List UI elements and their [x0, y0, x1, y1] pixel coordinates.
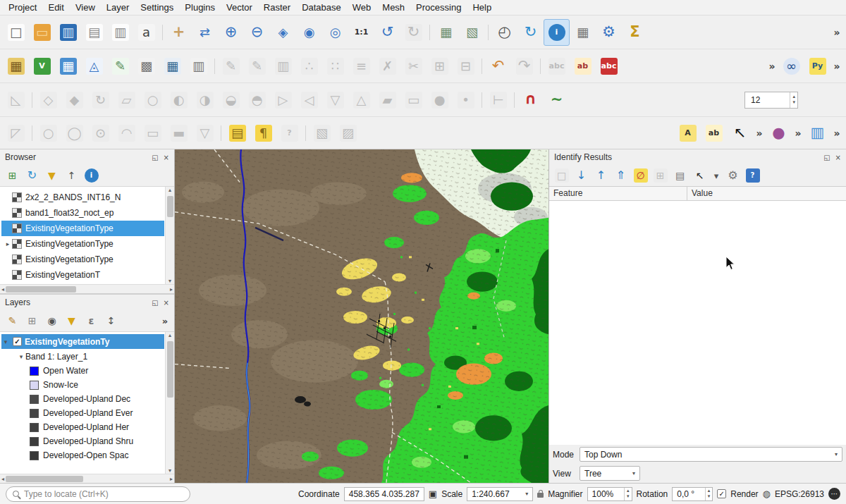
- layers-horizontal-scrollbar[interactable]: ◂ ▸: [0, 474, 174, 483]
- mode-select[interactable]: Top Down ▾: [580, 447, 842, 462]
- new-map-view-icon[interactable]: ▦: [433, 19, 459, 46]
- undo-icon[interactable]: ↶: [485, 53, 511, 80]
- add-group-icon[interactable]: ⊞: [23, 312, 41, 330]
- toolbar-overflow-icon[interactable]: »: [830, 120, 843, 147]
- render-checkbox[interactable]: ✓: [717, 489, 726, 498]
- style-manager-icon[interactable]: a: [133, 19, 159, 46]
- add-selected-layers-icon[interactable]: ⊞: [4, 167, 21, 185]
- spinbox-arrows[interactable]: ▴▾: [705, 488, 713, 500]
- add-postgis-layer-icon[interactable]: ▦: [159, 53, 185, 80]
- browser-item[interactable]: ▸ ExistingVegetationType: [1, 236, 164, 252]
- dock-icon[interactable]: ◱: [152, 299, 158, 307]
- spinbox-arrows[interactable]: ▴▾: [790, 92, 797, 108]
- value-column-header[interactable]: Value: [687, 187, 846, 200]
- zoom-last-icon[interactable]: ↺: [374, 19, 400, 46]
- collapse-tree-icon[interactable]: ↑: [592, 167, 610, 185]
- menu-item[interactable]: Database: [296, 1, 347, 14]
- menu-item[interactable]: Help: [467, 1, 497, 14]
- expand-all-icon[interactable]: ↕: [102, 312, 120, 330]
- browser-horizontal-scrollbar[interactable]: ◂ ▸: [0, 284, 174, 293]
- python-console-icon[interactable]: Py: [804, 53, 830, 80]
- menu-item[interactable]: Project: [3, 1, 42, 14]
- locate-search-input[interactable]: Type to locate (Ctrl+K): [6, 486, 190, 502]
- zoom-out-icon[interactable]: ⊖: [244, 19, 270, 46]
- scroll-down-icon[interactable]: ▾: [168, 278, 171, 284]
- close-icon[interactable]: ×: [164, 154, 169, 161]
- layer-labeling-icon[interactable]: ab: [570, 53, 596, 80]
- browser-item[interactable]: 2x2_2_BANDS_INT16_N: [1, 190, 164, 205]
- form-annotation-icon[interactable]: ¶: [250, 120, 276, 147]
- scroll-up-icon[interactable]: ▴: [168, 332, 171, 338]
- refresh-map-icon[interactable]: ↻: [517, 19, 544, 46]
- refresh-browser-icon[interactable]: ↻: [23, 167, 41, 185]
- add-delimited-text-layer-icon[interactable]: ✎: [107, 53, 133, 80]
- chevron-down-icon[interactable]: ▾: [521, 488, 532, 500]
- menu-item[interactable]: Plugins: [179, 1, 221, 14]
- browser-item[interactable]: band1_float32_noct_ep: [1, 205, 164, 221]
- menu-item[interactable]: Processing: [410, 1, 467, 14]
- layer-diagram-icon[interactable]: abc: [596, 53, 622, 80]
- menu-item[interactable]: Settings: [135, 1, 179, 14]
- rotation-spinbox[interactable]: 0,0 ° ▴▾: [672, 487, 713, 501]
- save-project-icon[interactable]: ▥: [55, 19, 81, 46]
- menu-item[interactable]: Layer: [101, 1, 135, 14]
- add-raster-layer-icon[interactable]: ▦: [55, 53, 81, 80]
- expand-new-results-icon[interactable]: ⇑: [612, 167, 630, 185]
- new-project-icon[interactable]: □: [3, 19, 29, 46]
- zoom-full-extent-icon[interactable]: ◈: [270, 19, 296, 46]
- annotation-layer-icon[interactable]: ▤: [224, 120, 250, 147]
- dock-icon[interactable]: ◱: [823, 154, 830, 161]
- metasearch-icon[interactable]: ∞: [778, 53, 804, 80]
- scrollbar-thumb[interactable]: [167, 196, 173, 217]
- layer-item-existing-vegetation[interactable]: ▾ ✓ ExistingVegetationTy: [1, 334, 164, 349]
- scroll-right-icon[interactable]: ▸: [170, 476, 173, 482]
- browser-item[interactable]: ExistingVegetationType: [1, 252, 164, 267]
- crs-status[interactable]: EPSG:26913: [775, 489, 824, 499]
- menu-item[interactable]: Vector: [221, 1, 258, 14]
- clear-results-icon[interactable]: ∅: [632, 167, 649, 185]
- scrollbar-thumb[interactable]: [167, 341, 173, 398]
- browser-vertical-scrollbar[interactable]: ▴ ▾: [165, 187, 174, 284]
- expander-icon[interactable]: ▸: [4, 240, 12, 247]
- show-statistical-summary-icon[interactable]: Σ: [622, 19, 648, 46]
- open-attribute-table-icon[interactable]: ▦: [570, 19, 596, 46]
- enable-tracing-icon[interactable]: ~: [544, 87, 570, 113]
- cad-value-spinbox[interactable]: 12 ▴▾: [744, 92, 798, 109]
- menu-item[interactable]: Mesh: [376, 1, 410, 14]
- scroll-left-icon[interactable]: ◂: [1, 286, 4, 293]
- toolbar-overflow-icon[interactable]: »: [830, 19, 843, 46]
- scroll-right-icon[interactable]: ▸: [170, 286, 173, 293]
- filter-legend-icon[interactable]: ▼: [63, 312, 80, 330]
- add-spatialite-layer-icon[interactable]: ▩: [133, 53, 159, 80]
- feature-column-header[interactable]: Feature: [549, 187, 687, 200]
- lock-scale-icon[interactable]: [537, 493, 544, 498]
- scroll-left-icon[interactable]: ◂: [1, 476, 4, 482]
- magnifier-spinbox[interactable]: 100% ▴▾: [587, 487, 632, 501]
- panel-overflow-icon[interactable]: »: [159, 312, 171, 330]
- expander-icon[interactable]: ▾: [1, 338, 10, 345]
- show-layout-manager-icon[interactable]: ▥: [107, 19, 133, 46]
- zoom-in-icon[interactable]: ⊕: [218, 19, 244, 46]
- zoom-to-layer-icon[interactable]: ◎: [322, 19, 348, 46]
- identify-settings-icon[interactable]: ⚙: [724, 167, 742, 185]
- menu-item[interactable]: Raster: [258, 1, 296, 14]
- dock-icon[interactable]: ◱: [152, 154, 158, 161]
- map-view[interactable]: [175, 149, 548, 483]
- move-label-icon[interactable]: ↖: [727, 120, 753, 147]
- expander-icon[interactable]: ▾: [17, 353, 25, 360]
- scrollbar-thumb[interactable]: [6, 286, 76, 293]
- open-layer-styling-icon[interactable]: ✎: [4, 312, 21, 330]
- chevron-down-icon[interactable]: ▾: [830, 448, 842, 461]
- scroll-up-icon[interactable]: ▴: [168, 187, 171, 193]
- browser-item[interactable]: ExistingVegetationT: [1, 267, 164, 283]
- new-print-layout-icon[interactable]: ▤: [81, 19, 107, 46]
- layer-visibility-checkbox[interactable]: ✓: [13, 337, 22, 346]
- zoom-native-icon[interactable]: 1:1: [348, 19, 374, 46]
- manage-map-themes-icon[interactable]: ◉: [43, 312, 61, 330]
- browser-properties-icon[interactable]: i: [82, 167, 100, 185]
- temporal-controller-icon[interactable]: ◴: [491, 19, 517, 46]
- toolbar-overflow-icon[interactable]: »: [792, 120, 804, 147]
- filter-by-expression-icon[interactable]: ε: [82, 312, 100, 330]
- open-project-icon[interactable]: ▭: [29, 19, 55, 46]
- toolbar-overflow-icon[interactable]: »: [753, 120, 766, 147]
